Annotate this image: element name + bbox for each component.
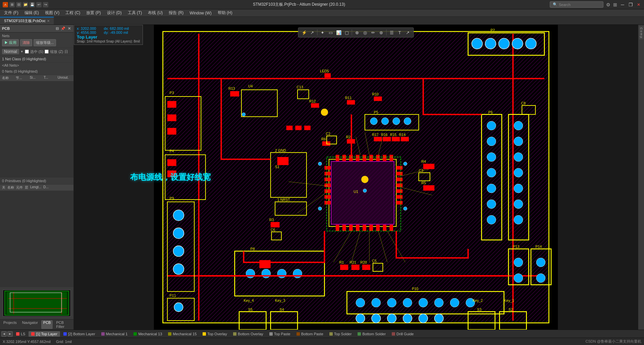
projects-tab[interactable]: Projects bbox=[1, 320, 19, 329]
menu-tools[interactable]: 工具 (T) bbox=[125, 9, 145, 16]
panel-close-icon[interactable]: ✕ bbox=[67, 26, 71, 31]
layer-tab-mech15[interactable]: Mechanical 15 bbox=[165, 331, 199, 337]
tb-snap-btn[interactable]: ⊛ bbox=[378, 29, 385, 36]
col-name: 名称 bbox=[2, 76, 16, 80]
menu-project[interactable]: 工程 (C) bbox=[63, 9, 83, 16]
layer-tab-bottom[interactable]: [2] Bottom Layer bbox=[61, 331, 98, 337]
rs-tab-components[interactable]: C o m p bbox=[639, 26, 644, 40]
minimize-button[interactable]: ─ bbox=[620, 2, 625, 7]
layer-tab-bottom-solder[interactable]: Bottom Solder bbox=[355, 331, 388, 337]
bot-hole6 bbox=[434, 314, 443, 323]
tb-chart-btn[interactable]: 📊 bbox=[335, 29, 342, 36]
layer-tab-mech1[interactable]: Mechanical 1 bbox=[99, 331, 130, 337]
u1-pin-b1 bbox=[336, 225, 339, 231]
layer-tab-ls[interactable]: LS bbox=[13, 331, 28, 337]
tb-add-btn[interactable]: ✦ bbox=[319, 29, 326, 36]
pcb-filter-tab[interactable]: PCB Filter bbox=[54, 320, 72, 329]
tb-sep-2 bbox=[352, 29, 352, 36]
annotation-text: 布电源线，设置好线宽 bbox=[130, 172, 211, 183]
r4-label: R4 bbox=[421, 159, 426, 163]
bottom-layer-color bbox=[63, 332, 67, 336]
navigator-tab[interactable]: Navigator bbox=[20, 320, 40, 329]
layer-tab-bottom-paste[interactable]: Bottom Paste bbox=[294, 331, 326, 337]
filter-dropdown-icon[interactable]: ▼ bbox=[20, 50, 23, 53]
tb-circle-btn[interactable]: ◎ bbox=[362, 29, 369, 36]
menu-route[interactable]: 布线 (U) bbox=[145, 9, 165, 16]
tb-crosshair-btn[interactable]: ⊕ bbox=[354, 29, 361, 36]
undo-icon[interactable]: ↩ bbox=[36, 2, 42, 7]
nets-table-body bbox=[0, 81, 73, 178]
layer-nav-prev[interactable]: ◄ bbox=[1, 331, 7, 337]
redo-icon[interactable]: ↪ bbox=[43, 2, 48, 7]
zoom-checkbox[interactable] bbox=[45, 50, 49, 54]
prim-col6: D... bbox=[43, 185, 49, 190]
tab-close-icon[interactable]: ✕ bbox=[47, 19, 50, 23]
p9-hole3 bbox=[173, 246, 184, 257]
clear-button[interactable]: 清除 bbox=[20, 39, 32, 46]
settings-icon[interactable]: ⚙ bbox=[606, 2, 610, 7]
prim-col5: Lengt... bbox=[30, 185, 41, 190]
pcb-tab[interactable]: PCB bbox=[41, 320, 53, 329]
prim-col1: 关 bbox=[2, 185, 5, 190]
tb-square-btn[interactable]: ▢ bbox=[343, 29, 351, 36]
bottom-paste-label: Bottom Paste bbox=[301, 332, 323, 336]
menu-file[interactable]: 文件 (F) bbox=[1, 9, 21, 16]
tb-pencil-btn[interactable]: ✏ bbox=[370, 29, 377, 36]
settings-icon-2[interactable]: ⊞ bbox=[613, 2, 617, 7]
left-panel-header: PCB ⊟ 📌 ✕ bbox=[0, 25, 73, 32]
restore-button[interactable]: ❐ bbox=[628, 2, 633, 7]
title-bar: A ⊞ ⊟ 📁 💾 ↩ ↪ STM32F103主板.PrjPcb - Altiu… bbox=[0, 0, 644, 9]
left-panel: PCB ⊟ 📌 ✕ Nets ▶ 应用 清除 缩放等级... Normal ▼ … bbox=[0, 25, 74, 330]
led1-pad bbox=[286, 126, 293, 130]
pcb-canvas-area[interactable]: x: 3202.000 dx: 682.000 mil y: 4556.000 … bbox=[74, 25, 638, 330]
layer-tab-top-solder[interactable]: Top Solder bbox=[327, 331, 355, 337]
zoom-button[interactable]: 缩放等级... bbox=[34, 39, 56, 46]
tb-arrow-btn[interactable]: ↗ bbox=[404, 29, 412, 36]
menu-edit[interactable]: 编辑 (E) bbox=[22, 9, 42, 16]
layer-tab-top[interactable]: [1] Top Layer bbox=[29, 331, 60, 337]
tab-pcb-doc[interactable]: STM32F103主板.PcbDoc ✕ bbox=[0, 17, 54, 24]
r14-label: R14 bbox=[399, 133, 406, 137]
layer-tab-top-paste[interactable]: Top Paste bbox=[267, 331, 293, 337]
menu-view[interactable]: 视图 (V) bbox=[42, 9, 62, 16]
prim-col4: 层 bbox=[25, 185, 28, 190]
r15-label: R15 bbox=[390, 133, 397, 137]
tb-filter-btn[interactable]: ⚡ bbox=[301, 29, 308, 36]
p8-side-pad bbox=[259, 260, 270, 268]
menu-report[interactable]: 报告 (R) bbox=[166, 9, 186, 16]
app-icon-2: ⊞ bbox=[9, 2, 15, 7]
layer-tab-mech13[interactable]: Mechanical 13 bbox=[131, 331, 165, 337]
layer-tab-drill-guide[interactable]: Drill Guide bbox=[389, 331, 416, 337]
nets-stats: 0 Nets (0 Highlighted) bbox=[0, 68, 73, 75]
tb-rect-btn[interactable]: ▭ bbox=[327, 29, 334, 36]
menu-design[interactable]: 设计 (D) bbox=[104, 9, 124, 16]
layer-tab-top-overlay[interactable]: Top Overlay bbox=[200, 331, 230, 337]
layer-tab-bottom-overlay[interactable]: Bottom Overlay bbox=[230, 331, 266, 337]
close-button[interactable]: ✕ bbox=[636, 2, 641, 7]
menu-place[interactable]: 放置 (P) bbox=[84, 9, 103, 16]
top-solder-color bbox=[329, 332, 333, 336]
p7-pin3 bbox=[514, 152, 523, 161]
r1-label: R1 bbox=[339, 260, 344, 264]
panel-pin-icon[interactable]: 📌 bbox=[61, 26, 65, 31]
global-search-box[interactable]: 🔍 Search bbox=[550, 1, 603, 8]
zoom-label: 缩放 (Z) bbox=[50, 49, 63, 54]
tb-text-btn[interactable]: T bbox=[396, 29, 404, 36]
u1-pin-b8 bbox=[383, 225, 386, 231]
tb-measure-btn[interactable]: ☰ bbox=[388, 29, 395, 36]
status-bar: X:3202.195mil Y:4557.662mil Grid: 1mil C… bbox=[0, 338, 644, 345]
u1-pin-t4 bbox=[356, 155, 360, 161]
panel-float-icon[interactable]: ⊟ bbox=[55, 26, 59, 31]
p6-pin1 bbox=[487, 121, 496, 130]
top-paste-label: Top Paste bbox=[274, 332, 290, 336]
tb-select-btn[interactable]: ↗ bbox=[309, 29, 316, 36]
menu-window[interactable]: Window (W) bbox=[187, 10, 214, 16]
apply-button[interactable]: ▶ 应用 bbox=[2, 39, 19, 46]
menu-help[interactable]: 帮助 (H) bbox=[215, 9, 235, 16]
r11-label: R11 bbox=[345, 96, 352, 100]
r12-label: R12 bbox=[309, 99, 316, 103]
select-checkbox[interactable] bbox=[25, 50, 29, 54]
u1-pin-b3 bbox=[349, 225, 353, 231]
u1-pin-r6 bbox=[396, 195, 402, 199]
layer-nav-next[interactable]: ► bbox=[7, 331, 13, 337]
